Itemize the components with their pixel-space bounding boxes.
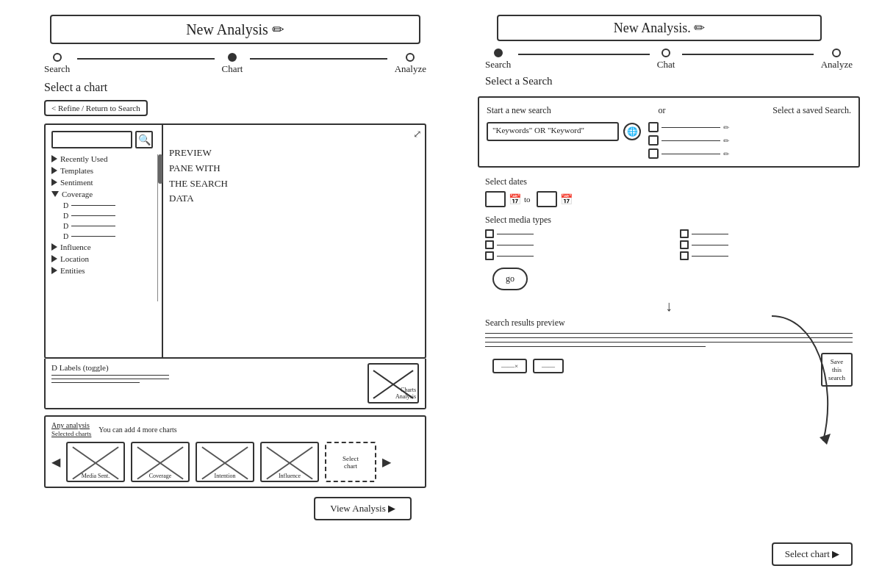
edit-icon-3[interactable]: ✏	[723, 150, 729, 158]
media-checkbox-3[interactable]	[485, 240, 494, 249]
chart-main-area: 🔍 Recently Used Templates Sentiment Cove…	[44, 123, 426, 359]
saved-item-checkbox-1[interactable]	[648, 122, 659, 132]
step-chart[interactable]: Chart	[222, 53, 243, 75]
coverage-sub-3[interactable]: D	[51, 222, 156, 230]
bottom-actions: View Analysis ▶	[29, 491, 441, 520]
scrollbar[interactable]	[157, 154, 162, 301]
media-checkbox-2[interactable]	[680, 229, 689, 238]
view-analysis-label: View Analysis ▶	[330, 503, 395, 514]
saved-item-1[interactable]: ✏	[648, 122, 729, 132]
media-item-2[interactable]	[680, 229, 860, 238]
chart-thumbnail[interactable]: ChartsAnalysis	[368, 363, 419, 404]
calendar-icon[interactable]: 📅	[509, 193, 521, 205]
date-from-input[interactable]	[485, 191, 506, 207]
step-line-2	[250, 58, 387, 60]
media-line-5	[497, 256, 534, 257]
back-button[interactable]: < Refine / Return to Search	[44, 100, 148, 116]
chart-label: Media Sent.	[82, 473, 110, 479]
sidebar-item-entities[interactable]: Entities	[51, 266, 156, 275]
globe-icon[interactable]: 🌐	[623, 123, 641, 140]
results-buttons: ——× ——	[485, 359, 564, 373]
result-line-4	[485, 346, 706, 347]
media-line-4	[692, 245, 728, 245]
media-item-5[interactable]	[485, 251, 665, 260]
sidebar-label: Influence	[60, 243, 91, 251]
preview-text: PREVIEWPANE WITHTHE SEARCHDATA	[169, 146, 419, 207]
right-step-line-2	[682, 54, 813, 55]
saved-search-label: Select a saved Search.	[772, 105, 851, 116]
media-section: Select media types	[478, 215, 860, 260]
preview-pane: ⤢ PREVIEWPANE WITHTHE SEARCHDATA	[163, 125, 425, 357]
date-to-input[interactable]	[537, 191, 557, 207]
coverage-sub-1[interactable]: D	[51, 201, 156, 209]
sidebar-item-location[interactable]: Location	[51, 254, 156, 263]
chart-sidebar: 🔍 Recently Used Templates Sentiment Cove…	[46, 125, 163, 357]
search-section: Start a new search or Select a saved Sea…	[478, 96, 860, 168]
right-panel: New Analysis. ✏ Search Chat Analyze Sele…	[478, 15, 860, 573]
edit-icon-1[interactable]: ✏	[723, 123, 729, 132]
right-step-search[interactable]: Search	[485, 49, 511, 71]
chart-search-icon[interactable]: 🔍	[135, 131, 153, 148]
media-line-1	[497, 234, 534, 234]
right-step-chat[interactable]: Chat	[657, 49, 675, 71]
chart-thumb-influence[interactable]: Influence	[260, 442, 319, 482]
sidebar-label: Location	[60, 254, 89, 263]
saved-item-checkbox-3[interactable]	[648, 148, 659, 159]
dates-label: Select dates	[485, 176, 860, 187]
saved-item-2[interactable]: ✏	[648, 135, 729, 146]
chart-thumb-intention[interactable]: Intention	[196, 442, 254, 482]
chart-thumb-coverage[interactable]: Coverage	[131, 442, 190, 482]
saved-item-3[interactable]: ✏	[648, 148, 729, 159]
right-step-analyze[interactable]: Analyze	[821, 49, 853, 71]
keyword-section: "Keywords" OR "Keyword" 🌐	[487, 122, 641, 147]
media-checkbox-6[interactable]	[680, 251, 689, 260]
media-item-3[interactable]	[485, 240, 665, 249]
sidebar-item-templates[interactable]: Templates	[51, 166, 156, 175]
chart-desc-row: D Labels (toggle) ChartsAnalysis	[44, 359, 426, 409]
select-chart-button[interactable]: Select chart ▶	[772, 542, 853, 566]
view-analysis-button[interactable]: View Analysis ▶	[314, 497, 412, 520]
scroll-left-icon[interactable]: ◀	[51, 455, 60, 469]
resize-handle[interactable]: ⤢	[413, 128, 422, 140]
right-step-line-1	[518, 54, 649, 55]
right-step-chat-circle	[662, 49, 670, 57]
result-button-1[interactable]: ——×	[492, 359, 527, 373]
chart-search-input[interactable]	[51, 131, 132, 148]
saved-item-line-3	[662, 154, 720, 154]
go-button[interactable]: go	[492, 268, 528, 290]
media-checkbox-5[interactable]	[485, 251, 494, 260]
media-item-4[interactable]	[680, 240, 860, 249]
add-chart-button[interactable]: Selectchart	[325, 442, 376, 482]
scroll-right-icon[interactable]: ▶	[382, 455, 391, 469]
media-checkbox-4[interactable]	[680, 240, 689, 249]
step-chart-label: Chart	[222, 63, 243, 75]
media-checkbox-1[interactable]	[485, 229, 494, 238]
saved-item-checkbox-2[interactable]	[648, 135, 659, 146]
chart-thumb-label: ChartsAnalysis	[395, 387, 416, 401]
chart-thumb-media[interactable]: Media Sent.	[66, 442, 125, 482]
expand-icon	[51, 255, 57, 262]
media-item-1[interactable]	[485, 229, 665, 238]
search-header: Start a new search or Select a saved Sea…	[487, 105, 851, 116]
sidebar-item-recently-used[interactable]: Recently Used	[51, 154, 156, 163]
chart-search-row: 🔍	[51, 131, 156, 148]
sidebar-item-coverage[interactable]: Coverage	[51, 190, 156, 198]
sidebar-item-influence[interactable]: Influence	[51, 243, 156, 251]
keyword-input[interactable]: "Keywords" OR "Keyword"	[487, 122, 619, 141]
expand-icon	[51, 155, 57, 162]
result-button-2[interactable]: ——	[533, 359, 564, 373]
coverage-sub-2[interactable]: D	[51, 212, 156, 220]
media-item-6[interactable]	[680, 251, 860, 260]
step-search[interactable]: Search	[44, 53, 70, 75]
sidebar-label: Coverage	[62, 190, 93, 198]
saved-search-items: ✏ ✏ ✏	[648, 122, 729, 159]
step-analyze[interactable]: Analyze	[395, 53, 426, 75]
coverage-sub-4[interactable]: D	[51, 232, 156, 240]
edit-icon-2[interactable]: ✏	[723, 137, 729, 145]
chart-desc-lines	[51, 375, 362, 383]
or-label: or	[659, 105, 666, 116]
saved-item-line-2	[662, 140, 720, 141]
dates-row: 📅 to 📅	[485, 191, 860, 207]
sidebar-item-sentiment[interactable]: Sentiment	[51, 178, 156, 187]
calendar-icon-2[interactable]: 📅	[560, 193, 573, 205]
